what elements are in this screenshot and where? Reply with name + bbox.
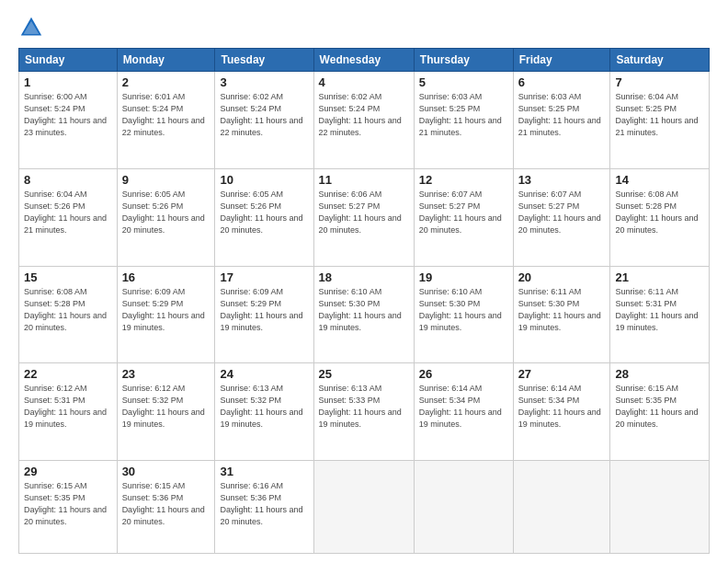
day-info: Sunrise: 6:13 AMSunset: 5:33 PMDaylight:…	[319, 384, 402, 429]
calendar-cell: 22 Sunrise: 6:12 AMSunset: 5:31 PMDaylig…	[19, 363, 118, 461]
day-number: 22	[24, 367, 112, 381]
calendar-cell: 5 Sunrise: 6:03 AMSunset: 5:25 PMDayligh…	[414, 72, 513, 169]
day-info: Sunrise: 6:07 AMSunset: 5:27 PMDaylight:…	[518, 190, 601, 235]
calendar-cell	[414, 461, 513, 554]
day-info: Sunrise: 6:14 AMSunset: 5:34 PMDaylight:…	[518, 384, 601, 429]
weekday-header: Sunday	[19, 49, 118, 72]
day-number: 31	[220, 465, 308, 478]
calendar-cell: 12 Sunrise: 6:07 AMSunset: 5:27 PMDaylig…	[414, 168, 513, 266]
day-info: Sunrise: 6:06 AMSunset: 5:27 PMDaylight:…	[319, 190, 402, 235]
day-number: 17	[220, 270, 308, 284]
day-info: Sunrise: 6:10 AMSunset: 5:30 PMDaylight:…	[319, 287, 402, 332]
calendar-cell	[513, 461, 610, 554]
calendar-cell: 13 Sunrise: 6:07 AMSunset: 5:27 PMDaylig…	[513, 168, 610, 266]
calendar-cell: 29 Sunrise: 6:15 AMSunset: 5:35 PMDaylig…	[19, 461, 118, 554]
page-header	[18, 15, 710, 40]
calendar-cell: 4 Sunrise: 6:02 AMSunset: 5:24 PMDayligh…	[313, 72, 414, 169]
day-info: Sunrise: 6:09 AMSunset: 5:29 PMDaylight:…	[220, 287, 302, 332]
day-info: Sunrise: 6:11 AMSunset: 5:31 PMDaylight:…	[615, 287, 698, 332]
weekday-header: Friday	[513, 49, 610, 72]
calendar-cell: 2 Sunrise: 6:01 AMSunset: 5:24 PMDayligh…	[117, 72, 215, 169]
day-info: Sunrise: 6:08 AMSunset: 5:28 PMDaylight:…	[615, 190, 698, 235]
day-info: Sunrise: 6:05 AMSunset: 5:26 PMDaylight:…	[122, 190, 205, 235]
calendar-cell: 6 Sunrise: 6:03 AMSunset: 5:25 PMDayligh…	[513, 72, 610, 169]
calendar-cell: 11 Sunrise: 6:06 AMSunset: 5:27 PMDaylig…	[313, 168, 414, 266]
day-number: 19	[419, 270, 508, 284]
day-number: 27	[518, 367, 606, 381]
day-info: Sunrise: 6:11 AMSunset: 5:30 PMDaylight:…	[518, 287, 601, 332]
day-number: 9	[122, 173, 210, 187]
day-number: 26	[419, 367, 508, 381]
weekday-header: Monday	[117, 49, 215, 72]
day-number: 3	[220, 75, 308, 89]
calendar-cell: 10 Sunrise: 6:05 AMSunset: 5:26 PMDaylig…	[215, 168, 313, 266]
calendar-cell: 17 Sunrise: 6:09 AMSunset: 5:29 PMDaylig…	[215, 266, 313, 363]
weekday-header-row: SundayMondayTuesdayWednesdayThursdayFrid…	[19, 49, 710, 72]
day-info: Sunrise: 6:02 AMSunset: 5:24 PMDaylight:…	[319, 92, 402, 137]
calendar-cell: 19 Sunrise: 6:10 AMSunset: 5:30 PMDaylig…	[414, 266, 513, 363]
day-number: 11	[319, 173, 409, 187]
day-info: Sunrise: 6:05 AMSunset: 5:26 PMDaylight:…	[220, 190, 302, 235]
calendar-cell: 16 Sunrise: 6:09 AMSunset: 5:29 PMDaylig…	[117, 266, 215, 363]
day-info: Sunrise: 6:10 AMSunset: 5:30 PMDaylight:…	[419, 287, 502, 332]
day-number: 25	[319, 367, 409, 381]
day-info: Sunrise: 6:02 AMSunset: 5:24 PMDaylight:…	[220, 92, 302, 137]
calendar-cell: 9 Sunrise: 6:05 AMSunset: 5:26 PMDayligh…	[117, 168, 215, 266]
day-number: 15	[24, 270, 112, 284]
day-info: Sunrise: 6:15 AMSunset: 5:36 PMDaylight:…	[122, 481, 205, 526]
day-number: 1	[24, 75, 112, 89]
day-info: Sunrise: 6:04 AMSunset: 5:25 PMDaylight:…	[615, 92, 698, 137]
day-number: 29	[24, 465, 112, 478]
weekday-header: Wednesday	[313, 49, 414, 72]
day-info: Sunrise: 6:13 AMSunset: 5:32 PMDaylight:…	[220, 384, 302, 429]
weekday-header: Saturday	[610, 49, 710, 72]
logo	[18, 15, 46, 40]
calendar-cell: 14 Sunrise: 6:08 AMSunset: 5:28 PMDaylig…	[610, 168, 710, 266]
day-info: Sunrise: 6:09 AMSunset: 5:29 PMDaylight:…	[122, 287, 205, 332]
day-number: 2	[122, 75, 210, 89]
day-info: Sunrise: 6:15 AMSunset: 5:35 PMDaylight:…	[24, 481, 107, 526]
day-info: Sunrise: 6:03 AMSunset: 5:25 PMDaylight:…	[518, 92, 601, 137]
calendar-page: SundayMondayTuesdayWednesdayThursdayFrid…	[0, 0, 728, 563]
calendar-cell	[610, 461, 710, 554]
day-number: 30	[122, 465, 210, 478]
day-number: 4	[319, 75, 409, 89]
calendar-cell: 27 Sunrise: 6:14 AMSunset: 5:34 PMDaylig…	[513, 363, 610, 461]
week-row: 8 Sunrise: 6:04 AMSunset: 5:26 PMDayligh…	[19, 168, 710, 266]
day-info: Sunrise: 6:03 AMSunset: 5:25 PMDaylight:…	[419, 92, 502, 137]
day-number: 24	[220, 367, 308, 381]
day-number: 6	[518, 75, 606, 89]
day-number: 12	[419, 173, 508, 187]
calendar-cell: 23 Sunrise: 6:12 AMSunset: 5:32 PMDaylig…	[117, 363, 215, 461]
calendar-cell: 28 Sunrise: 6:15 AMSunset: 5:35 PMDaylig…	[610, 363, 710, 461]
day-number: 16	[122, 270, 210, 284]
calendar-cell: 24 Sunrise: 6:13 AMSunset: 5:32 PMDaylig…	[215, 363, 313, 461]
weekday-header: Thursday	[414, 49, 513, 72]
calendar-cell: 3 Sunrise: 6:02 AMSunset: 5:24 PMDayligh…	[215, 72, 313, 169]
calendar-cell	[313, 461, 414, 554]
weekday-header: Tuesday	[215, 49, 313, 72]
day-info: Sunrise: 6:15 AMSunset: 5:35 PMDaylight:…	[615, 384, 698, 429]
day-number: 8	[24, 173, 112, 187]
calendar-table: SundayMondayTuesdayWednesdayThursdayFrid…	[18, 48, 710, 554]
day-info: Sunrise: 6:14 AMSunset: 5:34 PMDaylight:…	[419, 384, 502, 429]
day-info: Sunrise: 6:01 AMSunset: 5:24 PMDaylight:…	[122, 92, 205, 137]
calendar-cell: 20 Sunrise: 6:11 AMSunset: 5:30 PMDaylig…	[513, 266, 610, 363]
day-info: Sunrise: 6:12 AMSunset: 5:31 PMDaylight:…	[24, 384, 107, 429]
day-number: 28	[615, 367, 704, 381]
calendar-cell: 18 Sunrise: 6:10 AMSunset: 5:30 PMDaylig…	[313, 266, 414, 363]
calendar-cell: 7 Sunrise: 6:04 AMSunset: 5:25 PMDayligh…	[610, 72, 710, 169]
day-info: Sunrise: 6:00 AMSunset: 5:24 PMDaylight:…	[24, 92, 107, 137]
day-number: 21	[615, 270, 704, 284]
calendar-cell: 15 Sunrise: 6:08 AMSunset: 5:28 PMDaylig…	[19, 266, 118, 363]
calendar-cell: 25 Sunrise: 6:13 AMSunset: 5:33 PMDaylig…	[313, 363, 414, 461]
day-number: 18	[319, 270, 409, 284]
calendar-cell: 26 Sunrise: 6:14 AMSunset: 5:34 PMDaylig…	[414, 363, 513, 461]
week-row: 29 Sunrise: 6:15 AMSunset: 5:35 PMDaylig…	[19, 461, 710, 554]
calendar-cell: 1 Sunrise: 6:00 AMSunset: 5:24 PMDayligh…	[19, 72, 118, 169]
calendar-cell: 8 Sunrise: 6:04 AMSunset: 5:26 PMDayligh…	[19, 168, 118, 266]
day-number: 13	[518, 173, 606, 187]
calendar-cell: 21 Sunrise: 6:11 AMSunset: 5:31 PMDaylig…	[610, 266, 710, 363]
logo-icon	[18, 15, 44, 40]
day-number: 14	[615, 173, 704, 187]
